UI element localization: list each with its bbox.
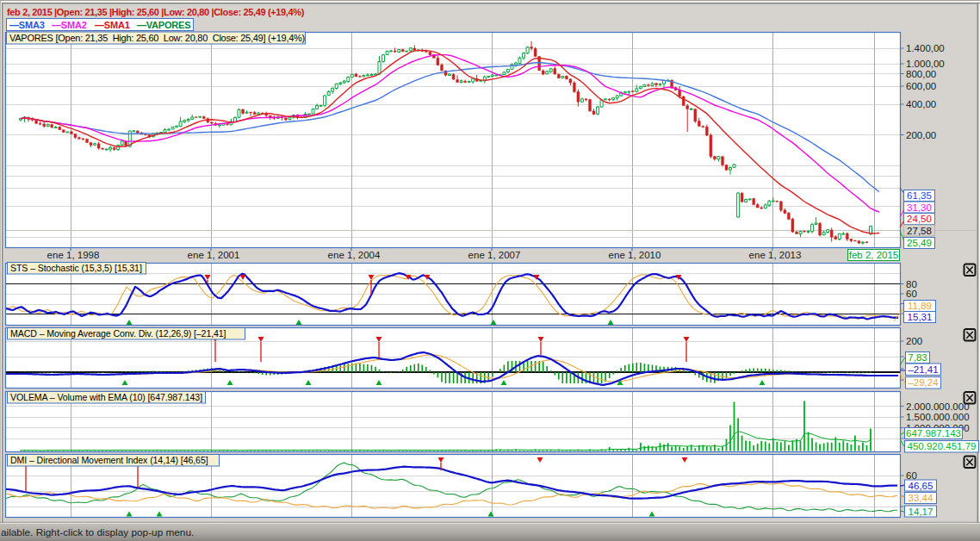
svg-text:ailable. Right-click to displa: ailable. Right-click to display pop-up m… xyxy=(1,526,194,538)
svg-text:600,00: 600,00 xyxy=(906,81,936,91)
svg-text:27,58: 27,58 xyxy=(907,226,932,236)
svg-text:–29,24: –29,24 xyxy=(908,377,939,388)
svg-text:15,31: 15,31 xyxy=(908,312,933,322)
svg-text:647.987.143: 647.987.143 xyxy=(906,428,961,438)
svg-text:14,17: 14,17 xyxy=(909,507,933,517)
svg-text:7,83: 7,83 xyxy=(908,352,927,363)
svg-text:400,00: 400,00 xyxy=(906,99,936,109)
svg-text:1.400,00: 1.400,00 xyxy=(906,43,945,53)
svg-text:24,50: 24,50 xyxy=(907,214,932,224)
svg-text:MACD – Moving Average Conv. Di: MACD – Moving Average Conv. Div. (12,26,… xyxy=(10,328,226,339)
svg-text:1.500.000.000: 1.500.000.000 xyxy=(906,412,970,422)
svg-text:60: 60 xyxy=(906,289,917,299)
svg-text:ene 1, 2013: ene 1, 2013 xyxy=(749,250,802,260)
svg-text:11,89: 11,89 xyxy=(908,301,932,311)
svg-text:800,00: 800,00 xyxy=(906,69,936,79)
svg-text:ene 1, 2004: ene 1, 2004 xyxy=(328,250,381,260)
svg-text:VOLEMA – Volume with EMA (10): VOLEMA – Volume with EMA (10) [647.987.1… xyxy=(10,392,202,402)
svg-text:VAPORES [Open: 21,35 High: 25: VAPORES [Open: 21,35 High: 25,60 Low: 20… xyxy=(9,33,305,43)
svg-text:—SMA3: —SMA3 xyxy=(9,20,45,30)
svg-text:–21,41: –21,41 xyxy=(908,364,938,375)
svg-text:feb 2, 2015: feb 2, 2015 xyxy=(849,250,899,260)
svg-text:—SMA2: —SMA2 xyxy=(52,20,87,30)
svg-text:33,44: 33,44 xyxy=(909,493,933,503)
svg-text:200: 200 xyxy=(906,336,922,346)
svg-text:feb 2, 2015 |Open: 21,35 |High: feb 2, 2015 |Open: 21,35 |High: 25,60 |L… xyxy=(7,7,305,17)
svg-text:450.920.451,79: 450.920.451,79 xyxy=(908,441,977,451)
svg-text:—SMA1: —SMA1 xyxy=(95,20,130,30)
svg-text:61,35: 61,35 xyxy=(907,190,932,201)
svg-text:DMI – Directional Movement Ind: DMI – Directional Movement Index (14,14)… xyxy=(10,455,208,465)
svg-text:ene 1, 2007: ene 1, 2007 xyxy=(468,250,521,260)
svg-text:STS – Stochastic (15,3,5) [15,: STS – Stochastic (15,3,5) [15,31] xyxy=(10,263,142,273)
svg-text:80: 80 xyxy=(906,279,917,289)
svg-text:46,65: 46,65 xyxy=(909,481,933,491)
svg-text:200,00: 200,00 xyxy=(906,130,936,140)
svg-text:60: 60 xyxy=(906,470,917,481)
svg-text:1.000,00: 1.000,00 xyxy=(906,59,945,69)
svg-text:2.000.000.000: 2.000.000.000 xyxy=(906,401,970,412)
svg-text:ene 1, 2001: ene 1, 2001 xyxy=(188,250,240,260)
svg-text:31,30: 31,30 xyxy=(907,202,932,213)
svg-text:ene 1, 2010: ene 1, 2010 xyxy=(609,250,661,260)
svg-text:ene 1, 1998: ene 1, 1998 xyxy=(47,250,100,260)
svg-text:25,49: 25,49 xyxy=(907,238,932,248)
svg-text:—VAPORES: —VAPORES xyxy=(137,20,190,30)
